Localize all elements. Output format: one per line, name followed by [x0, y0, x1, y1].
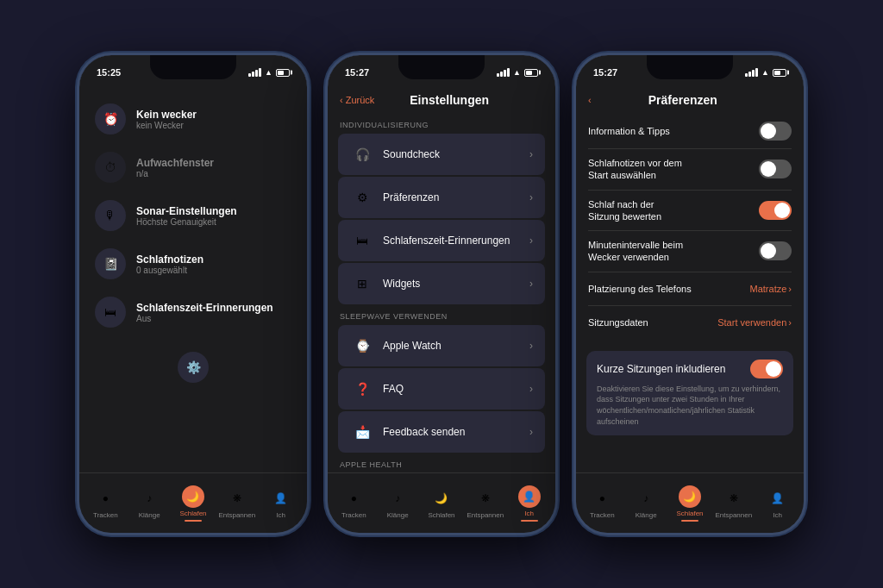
sonar-subtitle: Höchste Genauigkeit	[136, 217, 291, 227]
pref-bewerten[interactable]: Schlaf nach derSitzung bewerten	[576, 191, 804, 231]
phone-1: 15:25 ▲ ⏰ Kein wecker kein Wecker	[77, 53, 310, 535]
pref-sitzungsdaten[interactable]: Sitzungsdaten Start verwenden›	[576, 306, 804, 339]
kurze-sitzungen-box: Kurze Sitzungen inkludieren Deaktivieren…	[586, 351, 793, 435]
applewatch-label: Apple Watch	[383, 340, 521, 352]
pref-schlafnotizen-label: Schlafnotizen vor demStart auswählen	[588, 157, 750, 182]
tab-bar-2: ● Tracken ♪ Klänge 🌙 Schlafen ❋ Entspann…	[328, 472, 555, 533]
phone-2: 15:27 ▲ ‹ Zurück Einstellungen INDIVIDUA…	[325, 53, 558, 535]
wake-title: Aufwachfenster	[136, 157, 291, 169]
tab-klaenge-label-2: Klänge	[387, 511, 409, 519]
menu-item-alarm[interactable]: ⏰ Kein wecker kein Wecker	[79, 95, 307, 143]
settings-gear-button[interactable]: ⚙️	[178, 352, 209, 383]
tab-klaenge-1[interactable]: ♪ Klänge	[128, 487, 172, 519]
tab-schlafen-3[interactable]: 🌙 Schlafen	[668, 485, 712, 522]
kurze-desc: Deaktivieren Sie diese Einstellung, um z…	[597, 384, 783, 427]
tab-schlafen-1[interactable]: 🌙 Schlafen	[172, 485, 216, 522]
menu-item-wake[interactable]: ⏱ Aufwachfenster n/a	[79, 143, 307, 191]
tab-klaenge-3[interactable]: ♪ Klänge	[624, 487, 668, 519]
time-3: 15:27	[593, 67, 617, 78]
phones-container: 15:25 ▲ ⏰ Kein wecker kein Wecker	[77, 53, 806, 535]
section-applehealth: APPLE HEALTH	[328, 454, 555, 472]
time-2: 15:27	[345, 67, 369, 78]
tab-tracken-label-2: Tracken	[341, 511, 366, 519]
tab-schlafen-label-1: Schlafen	[179, 510, 206, 517]
settings-header: ‹ Zurück Einstellungen	[328, 86, 555, 114]
soundcheck-label: Soundcheck	[383, 148, 521, 160]
pref-header: ‹ Präferenzen	[576, 86, 804, 114]
pref-minuten[interactable]: Minutenintervalle beimWecker verwenden	[576, 231, 804, 272]
pref-schlafnotizen[interactable]: Schlafnotizen vor demStart auswählen	[576, 149, 804, 190]
menu-item-sonar[interactable]: 🎙 Sonar-Einstellungen Höchste Genauigkei…	[79, 191, 307, 240]
tab-ich-label-3: Ich	[773, 511, 782, 519]
menu-item-notes[interactable]: 📓 Schlafnotizen 0 ausgewählt	[79, 240, 307, 288]
toggle-info[interactable]	[759, 122, 792, 141]
sonar-title: Sonar-Einstellungen	[136, 205, 291, 217]
phone1-content: ⏰ Kein wecker kein Wecker ⏱ Aufwachfenst…	[79, 86, 307, 472]
tab-klaenge-label-3: Klänge	[636, 511, 657, 519]
notes-subtitle: 0 ausgewählt	[136, 266, 291, 275]
pref-platzierung-label: Platzierung des Telefons	[588, 283, 742, 295]
pref-platzierung-value: Matratze›	[750, 284, 792, 294]
phone-3: 15:27 ▲ ‹ Präferenzen Information & Tipp…	[573, 53, 806, 535]
settings-schlafenszeit[interactable]: 🛏 Schlafenszeit-Erinnerungen ›	[338, 220, 545, 261]
reminder-title: Schlafenszeit-Erinnerungen	[136, 302, 291, 314]
pref-info-tipps[interactable]: Information & Tipps	[576, 114, 804, 148]
tab-ich-label-2: Ich	[524, 510, 534, 517]
tab-schlafen-2[interactable]: 🌙 Schlafen	[420, 487, 464, 519]
toggle-bewerten[interactable]	[759, 201, 792, 220]
tab-ich-2[interactable]: 👤 Ich	[507, 485, 551, 522]
tab-entspannen-label-3: Entspannen	[715, 511, 752, 519]
tab-tracken-2[interactable]: ● Tracken	[332, 487, 376, 519]
time-1: 15:25	[97, 67, 121, 78]
tab-schlafen-label-3: Schlafen	[676, 510, 703, 517]
pref-info-label: Information & Tipps	[588, 125, 750, 137]
tab-tracken-1[interactable]: ● Tracken	[84, 487, 128, 519]
tab-entspannen-2[interactable]: ❋ Entspannen	[463, 487, 507, 519]
reminder-subtitle: Aus	[136, 314, 291, 323]
settings-feedback[interactable]: 📩 Feedback senden ›	[338, 411, 545, 453]
pref-bewerten-label: Schlaf nach derSitzung bewerten	[588, 198, 750, 223]
pref-page-title: Präferenzen	[592, 93, 774, 107]
tab-ich-3[interactable]: 👤 Ich	[755, 487, 799, 519]
status-bar-3: 15:27 ▲	[576, 55, 804, 86]
section-sleepwave: SLEEPWAVE VERWENDEN	[328, 305, 555, 324]
tab-schlafen-label-2: Schlafen	[428, 511, 454, 519]
tab-entspannen-label-1: Entspannen	[218, 511, 255, 519]
pref-sitzungsdaten-label: Sitzungsdaten	[588, 316, 709, 328]
feedback-label: Feedback senden	[383, 426, 521, 438]
schlafenszeit-label: Schlafenszeit-Erinnerungen	[383, 235, 521, 247]
menu-item-reminder[interactable]: 🛏 Schlafenszeit-Erinnerungen Aus	[79, 288, 307, 336]
faq-label: FAQ	[383, 383, 521, 395]
alarm-title: Kein wecker	[136, 109, 291, 121]
tab-tracken-label-3: Tracken	[590, 511, 615, 519]
tab-ich-1[interactable]: 👤 Ich	[259, 487, 303, 519]
widgets-label: Widgets	[383, 278, 521, 290]
tab-entspannen-1[interactable]: ❋ Entspannen	[215, 487, 259, 519]
settings-praefetenzen[interactable]: ⚙ Präferenzen ›	[338, 177, 545, 218]
tab-tracken-3[interactable]: ● Tracken	[580, 487, 624, 519]
alarm-subtitle: kein Wecker	[136, 121, 291, 130]
tab-entspannen-3[interactable]: ❋ Entspannen	[711, 487, 755, 519]
praeferenzen-label: Präferenzen	[383, 191, 521, 203]
pref-minuten-label: Minutenintervalle beimWecker verwenden	[588, 239, 750, 264]
pref-sitzungsdaten-value: Start verwenden›	[717, 317, 792, 328]
tab-entspannen-label-2: Entspannen	[467, 511, 504, 519]
pref-platzierung[interactable]: Platzierung des Telefons Matratze›	[576, 272, 804, 305]
settings-soundcheck[interactable]: 🎧 Soundcheck ›	[338, 134, 545, 175]
tab-ich-label-1: Ich	[276, 511, 285, 519]
notes-title: Schlafnotizen	[136, 253, 291, 266]
toggle-schlafnotizen[interactable]	[759, 160, 792, 178]
tab-klaenge-2[interactable]: ♪ Klänge	[376, 487, 420, 519]
tab-bar-1: ● Tracken ♪ Klänge 🌙 Schlafen ❋ Entspann…	[79, 472, 307, 533]
toggle-kurze[interactable]	[750, 360, 783, 378]
wake-subtitle: n/a	[136, 169, 291, 178]
toggle-minuten[interactable]	[759, 241, 792, 260]
section-individualisierung: INDIVIDUALISIERUNG	[328, 114, 555, 133]
tab-tracken-label-1: Tracken	[93, 511, 118, 519]
settings-widgets[interactable]: ⊞ Widgets ›	[338, 263, 545, 304]
status-bar-1: 15:25 ▲	[79, 55, 307, 86]
settings-applewatch[interactable]: ⌚ Apple Watch ›	[338, 325, 545, 366]
settings-faq[interactable]: ❓ FAQ ›	[338, 368, 545, 410]
back-button-2[interactable]: ‹ Zurück	[340, 95, 374, 105]
tab-klaenge-label-1: Klänge	[139, 511, 160, 519]
